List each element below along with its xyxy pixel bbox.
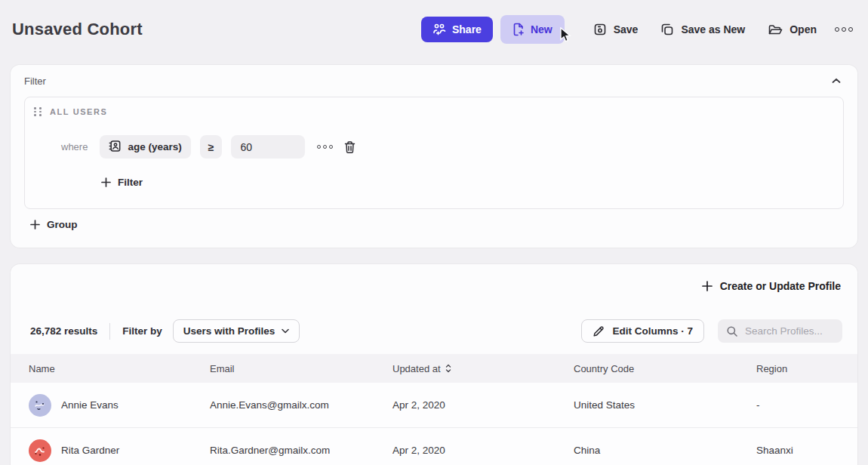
delete-condition-button[interactable]	[342, 139, 358, 156]
collapse-filter-button[interactable]	[829, 75, 844, 87]
operator-chip[interactable]: ≥	[200, 135, 223, 159]
filter-condition-row: where age (years) ≥	[61, 135, 358, 159]
table-row[interactable]: Rita Gardner Rita.Gardner@gmailx.com Apr…	[11, 428, 857, 465]
profile-country-code: China	[574, 445, 756, 456]
add-filter-label: Filter	[118, 177, 143, 188]
header-toolbar: Share New	[421, 15, 856, 44]
search-icon	[726, 325, 738, 337]
add-group-button[interactable]: Group	[30, 219, 78, 230]
edit-columns-button[interactable]: Edit Columns · 7	[581, 319, 704, 343]
profile-email: Annie.Evans@gmailx.com	[210, 399, 392, 411]
chevron-up-icon	[832, 78, 841, 84]
profile-filter-dropdown[interactable]: Users with Profiles	[173, 319, 300, 343]
column-header-name[interactable]: Name	[29, 363, 210, 374]
plus-icon	[30, 220, 40, 229]
dot-icon	[835, 27, 839, 32]
user-property-icon	[109, 140, 122, 155]
chevron-down-icon	[282, 328, 289, 334]
create-or-update-profile-button[interactable]: Create or Update Profile	[702, 280, 841, 292]
share-button-label: Share	[452, 23, 482, 35]
all-users-label: ALL USERS	[50, 107, 108, 116]
divider	[109, 323, 110, 340]
property-chip[interactable]: age (years)	[100, 135, 190, 159]
table-controls-row: 26,782 results Filter by Users with Prof…	[11, 319, 857, 343]
edit-columns-label: Edit Columns · 7	[612, 325, 693, 337]
profile-region: Shaanxi	[756, 445, 857, 456]
where-label: where	[61, 141, 88, 152]
dot-icon	[848, 27, 853, 32]
cohort-builder-page: Unsaved Cohort Share	[0, 0, 868, 465]
open-button-label: Open	[790, 23, 817, 35]
share-users-icon	[432, 23, 446, 35]
dot-icon	[329, 145, 333, 149]
results-panel: Create or Update Profile 26,782 results …	[11, 264, 857, 465]
profile-region: -	[756, 399, 857, 411]
property-chip-label: age (years)	[128, 141, 181, 152]
plus-icon	[702, 281, 713, 291]
new-file-icon	[512, 23, 525, 36]
sort-icon	[445, 364, 451, 373]
table-header-row: Name Email Updated at Country Code Regio…	[11, 354, 857, 383]
avatar	[29, 439, 51, 462]
column-header-country-code[interactable]: Country Code	[574, 363, 756, 374]
copy-icon	[660, 23, 674, 36]
save-button[interactable]: Save	[586, 17, 646, 42]
dot-icon	[323, 145, 327, 149]
save-as-new-button-label: Save as New	[681, 23, 745, 35]
search-profiles-input[interactable]	[745, 325, 832, 337]
plus-icon	[101, 177, 111, 187]
open-button[interactable]: Open	[760, 17, 824, 42]
folder-open-icon	[768, 23, 783, 36]
profile-email: Rita.Gardner@gmailx.com	[210, 445, 392, 456]
dot-icon	[317, 145, 321, 149]
table-row[interactable]: Annie Evans Annie.Evans@gmailx.com Apr 2…	[11, 383, 857, 428]
avatar	[29, 394, 51, 417]
save-button-label: Save	[614, 23, 639, 35]
filter-value-input[interactable]	[231, 135, 305, 159]
profile-filter-value: Users with Profiles	[183, 325, 275, 337]
column-header-region[interactable]: Region	[756, 363, 857, 374]
create-profile-label: Create or Update Profile	[720, 280, 841, 292]
pencil-icon	[593, 325, 605, 337]
filter-by-label: Filter by	[122, 325, 162, 337]
add-filter-button[interactable]: Filter	[101, 177, 143, 188]
profiles-table: Name Email Updated at Country Code Regio…	[11, 354, 857, 465]
results-count: 26,782 results	[30, 325, 97, 337]
profile-country-code: United States	[574, 399, 756, 411]
profile-name-cell: Rita Gardner	[29, 439, 210, 462]
save-icon	[593, 23, 607, 36]
profile-updated-at: Apr 2, 2020	[392, 399, 574, 411]
new-button-label: New	[531, 23, 553, 35]
condition-more-button[interactable]	[317, 145, 333, 149]
more-options-button[interactable]	[832, 23, 856, 36]
page-header: Unsaved Cohort Share	[0, 0, 868, 59]
page-title: Unsaved Cohort	[12, 20, 143, 39]
search-profiles-box	[718, 319, 842, 343]
dot-icon	[842, 27, 846, 32]
filter-group-header: ALL USERS	[25, 97, 843, 116]
profile-name: Annie Evans	[61, 399, 119, 411]
trash-icon	[343, 140, 356, 154]
filter-group-box: ALL USERS where age (years) ≥	[24, 97, 844, 209]
table-controls-right: Edit Columns · 7	[581, 319, 842, 343]
filter-panel-header: Filter	[11, 65, 857, 87]
column-header-updated-at[interactable]: Updated at	[392, 363, 574, 374]
save-as-new-button[interactable]: Save as New	[653, 17, 753, 42]
column-header-email[interactable]: Email	[210, 363, 392, 374]
filter-panel: Filter ALL USERS where	[11, 65, 857, 248]
add-group-label: Group	[47, 219, 78, 230]
filter-panel-title: Filter	[24, 75, 46, 87]
new-button[interactable]: New	[500, 15, 565, 44]
create-profile-row: Create or Update Profile	[11, 264, 857, 292]
profile-name: Rita Gardner	[61, 445, 119, 456]
share-button[interactable]: Share	[421, 17, 493, 42]
drag-handle-icon[interactable]	[34, 107, 42, 116]
profile-name-cell: Annie Evans	[29, 394, 210, 417]
profile-updated-at: Apr 2, 2020	[392, 445, 574, 456]
